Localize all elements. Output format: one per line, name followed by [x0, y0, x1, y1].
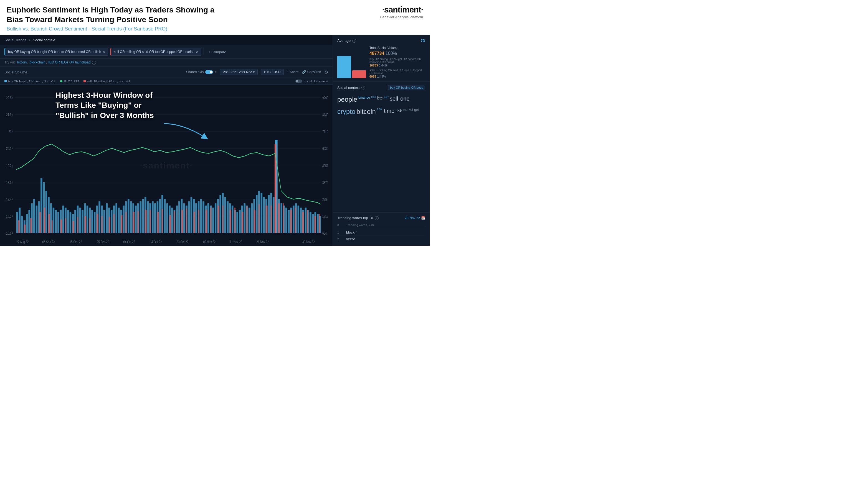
trending-row-2-word[interactable]: vecrv — [344, 237, 425, 241]
word-binance[interactable]: binance — [358, 96, 370, 107]
compare-button[interactable]: + Compare — [206, 49, 228, 55]
svg-rect-39 — [45, 191, 47, 233]
svg-rect-157 — [44, 207, 45, 233]
svg-rect-81 — [147, 201, 149, 233]
avg-total-value: 487734 100% — [370, 51, 425, 56]
svg-text:20.1K: 20.1K — [6, 146, 13, 151]
breadcrumb-parent[interactable]: Social Trends — [4, 38, 26, 42]
word-one[interactable]: one — [400, 96, 409, 107]
chart-area: Social Trends > Social context buy OR bu… — [0, 35, 333, 246]
chart-visualization: ·santiment· Highest 3-Hour Window ofTerm… — [0, 85, 333, 246]
trending-section: Trending words top 10 i 28 Nov 22 📅 # Tr… — [333, 212, 430, 246]
word-btc[interactable]: btc — [377, 96, 383, 107]
calendar-icon[interactable]: 📅 — [421, 216, 425, 220]
svg-text:04 Oct 22: 04 Oct 22 — [123, 240, 135, 244]
logo-tagline: Behavior Analysis Platform — [380, 15, 423, 19]
svg-rect-49 — [70, 212, 72, 233]
svg-rect-89 — [166, 203, 168, 233]
settings-icon[interactable]: ⚙ — [324, 69, 328, 75]
legend-label-buy: buy OR buying OR bou..., Soc. Vol. — [8, 80, 56, 83]
svg-rect-198 — [258, 204, 260, 233]
trending-date: 28 Nov 22 📅 — [405, 216, 425, 220]
svg-rect-118 — [236, 212, 238, 233]
word-crypto[interactable]: crypto — [337, 108, 355, 119]
svg-rect-159 — [60, 219, 62, 233]
social-dominance-switch[interactable] — [296, 80, 302, 83]
copy-link-label: Copy link — [307, 70, 321, 74]
social-ctx-title-text: Social context — [337, 85, 360, 90]
shared-axis-toggle[interactable] — [205, 70, 213, 74]
word-market[interactable]: market — [403, 108, 413, 119]
svg-rect-91 — [171, 207, 173, 233]
try-out-blockchain[interactable]: blockchain — [30, 60, 45, 64]
word-sell[interactable]: sell — [390, 96, 398, 107]
trending-row-1-word[interactable]: blockfi — [344, 230, 425, 234]
date-range-button[interactable]: 28/08/22 - 28/11/22 ▾ — [220, 69, 258, 75]
svg-text:15 Sep 22: 15 Sep 22 — [70, 240, 82, 244]
svg-rect-192 — [186, 208, 187, 233]
word-time[interactable]: time — [384, 108, 394, 119]
svg-rect-146 — [305, 207, 307, 233]
svg-rect-173 — [230, 210, 231, 233]
svg-rect-121 — [244, 203, 246, 233]
svg-rect-116 — [231, 206, 233, 233]
svg-rect-63 — [104, 210, 105, 233]
svg-rect-162 — [97, 214, 98, 233]
svg-rect-61 — [99, 201, 101, 233]
svg-text:634: 634 — [322, 231, 327, 236]
social-ctx-tag[interactable]: buy OR buying OR boug — [388, 85, 425, 90]
word-people[interactable]: people — [337, 96, 357, 107]
avg-sell-label: sell OR selling OR sold OR top OR topped… — [370, 69, 425, 75]
social-dominance-toggle[interactable]: Social Dominance — [296, 80, 328, 83]
svg-text:21K: 21K — [9, 130, 13, 134]
try-out-row: Try out: bitcoin, blockchain, IEO OR IEO… — [0, 59, 333, 66]
svg-rect-27 — [16, 212, 18, 233]
svg-rect-188 — [138, 211, 139, 233]
avg-sell-pct: 1.43% — [377, 75, 386, 78]
try-out-ieo[interactable]: IEO OR IEOs OR launchpad — [48, 60, 90, 64]
svg-rect-160 — [73, 221, 74, 233]
word-bitcoin-num: 1.00 — [377, 108, 382, 119]
trending-col-num-label: # — [337, 223, 344, 227]
legend-dot-sell — [84, 80, 86, 82]
try-out-label: Try out: — [4, 60, 16, 64]
search-tag-bullish-close[interactable]: × — [103, 50, 105, 54]
svg-text:7110: 7110 — [322, 130, 328, 134]
svg-rect-170 — [194, 212, 195, 233]
svg-rect-154 — [24, 225, 26, 233]
svg-rect-178 — [290, 210, 291, 233]
svg-text:19.2K: 19.2K — [6, 163, 13, 168]
avg-info-icon[interactable]: i — [352, 39, 356, 43]
svg-rect-59 — [94, 212, 96, 233]
trending-row-2-num: 2 — [337, 237, 344, 241]
trending-info-icon[interactable]: i — [375, 216, 379, 220]
social-ctx-info-icon[interactable]: i — [361, 85, 365, 90]
legend-row: buy OR buying OR bou..., Soc. Vol. BTC /… — [0, 78, 333, 85]
search-tag-bearish[interactable]: sell OR selling OR sold OR top OR topped… — [110, 48, 201, 56]
svg-rect-86 — [159, 199, 161, 233]
try-out-info-icon[interactable]: i — [92, 61, 96, 65]
word-like[interactable]: like — [395, 108, 402, 119]
copy-link-button[interactable]: 🔗 Copy link — [302, 70, 321, 74]
asset-button[interactable]: BTC / USD — [261, 69, 284, 75]
svg-rect-181 — [51, 220, 52, 233]
svg-rect-195 — [222, 206, 223, 233]
svg-rect-131 — [268, 195, 270, 233]
svg-rect-184 — [89, 218, 90, 233]
svg-rect-158 — [48, 214, 50, 233]
svg-text:4951: 4951 — [322, 163, 328, 168]
svg-rect-58 — [91, 210, 93, 233]
search-tag-bearish-close[interactable]: × — [196, 50, 198, 54]
svg-text:21 Nov 22: 21 Nov 22 — [256, 240, 269, 244]
try-out-bitcoin[interactable]: bitcoin — [17, 60, 27, 64]
shared-axis-close[interactable]: × — [215, 70, 216, 74]
trending-date-text: 28 Nov 22 — [405, 216, 420, 220]
search-tag-bullish[interactable]: buy OR buying OR bought OR bottom OR bot… — [4, 48, 108, 56]
word-bitcoin[interactable]: bitcoin — [357, 108, 376, 119]
search-bar: buy OR buying OR bought OR bottom OR bot… — [0, 45, 333, 59]
share-button[interactable]: ⤴ Share — [287, 70, 299, 74]
svg-rect-96 — [183, 203, 185, 233]
avg-period[interactable]: 7D — [421, 38, 425, 43]
svg-rect-98 — [188, 201, 190, 233]
word-get[interactable]: get — [414, 108, 419, 119]
